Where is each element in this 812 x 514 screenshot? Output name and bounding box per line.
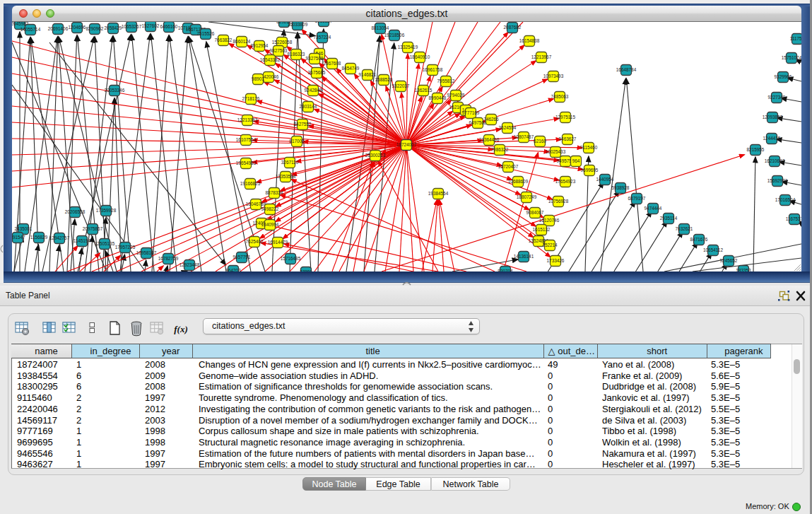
svg-text:12093852: 12093852 (763, 115, 783, 119)
svg-text:10756928: 10756928 (548, 199, 569, 204)
svg-text:9227349: 9227349 (768, 95, 786, 100)
svg-text:19218506: 19218506 (384, 33, 405, 37)
svg-text:20975867: 20975867 (83, 226, 103, 231)
svg-text:1733426: 1733426 (547, 258, 565, 263)
svg-text:7625402: 7625402 (246, 239, 264, 244)
svg-text:16914479: 16914479 (268, 240, 288, 245)
svg-text:7986322: 7986322 (491, 147, 509, 152)
svg-text:111753: 111753 (790, 36, 801, 41)
svg-text:1340994: 1340994 (261, 222, 279, 227)
svg-text:1145194: 1145194 (73, 238, 91, 243)
svg-text:10958107: 10958107 (136, 250, 157, 255)
svg-text:18807249: 18807249 (517, 194, 537, 199)
svg-text:9498222: 9498222 (261, 206, 279, 211)
svg-text:9699695: 9699695 (581, 168, 599, 173)
svg-text:9245652: 9245652 (720, 258, 738, 263)
svg-text:98901: 98901 (252, 76, 264, 81)
svg-text:19166825: 19166825 (240, 181, 261, 186)
svg-text:183353: 183353 (736, 268, 751, 271)
svg-text:391547: 391547 (12, 235, 25, 240)
svg-text:1204696: 1204696 (69, 25, 86, 30)
svg-text:3267110: 3267110 (281, 160, 299, 165)
svg-text:16961758: 16961758 (423, 67, 443, 72)
svg-text:16648784: 16648784 (616, 67, 637, 72)
svg-text:25300213: 25300213 (365, 153, 386, 158)
svg-text:10807487: 10807487 (514, 134, 534, 139)
svg-text:8454749: 8454749 (342, 66, 360, 71)
svg-text:13325419: 13325419 (398, 45, 418, 49)
svg-text:18640910: 18640910 (410, 54, 430, 59)
svg-text:9115460: 9115460 (580, 145, 598, 150)
svg-text:7955812: 7955812 (437, 78, 455, 83)
svg-text:9474444: 9474444 (645, 206, 662, 211)
svg-text:1440954: 1440954 (596, 177, 614, 182)
svg-text:9084067: 9084067 (526, 210, 544, 215)
svg-text:8813054: 8813054 (372, 25, 389, 30)
svg-text:21364436: 21364436 (479, 137, 500, 142)
svg-text:13353594: 13353594 (276, 174, 296, 179)
svg-text:8427552: 8427552 (294, 122, 312, 127)
svg-text:9777169: 9777169 (462, 110, 480, 115)
svg-text:18724007: 18724007 (396, 142, 417, 147)
svg-text:2058429: 2058429 (105, 25, 122, 30)
svg-text:9794028: 9794028 (447, 93, 465, 98)
svg-text:14136141: 14136141 (514, 254, 534, 259)
svg-text:964: 964 (572, 158, 580, 163)
svg-text:964203: 964203 (225, 268, 241, 271)
svg-text:7515526: 7515526 (197, 31, 215, 36)
svg-text:17957225: 17957225 (115, 245, 136, 250)
svg-text:8878334: 8878334 (266, 190, 283, 195)
svg-text:16107554: 16107554 (236, 137, 257, 142)
svg-text:12942757: 12942757 (49, 235, 70, 240)
svg-text:9827503: 9827503 (270, 48, 288, 53)
svg-text:6466160: 6466160 (160, 24, 178, 29)
svg-text:15720407: 15720407 (498, 164, 519, 169)
svg-text:8290962: 8290962 (86, 26, 104, 31)
svg-text:8471676: 8471676 (690, 237, 708, 242)
svg-text:6879197: 6879197 (628, 196, 646, 201)
svg-text:2935114: 2935114 (660, 216, 678, 221)
svg-text:3675685: 3675685 (308, 70, 326, 75)
svg-text:20206558: 20206558 (65, 209, 86, 214)
svg-text:16154838: 16154838 (519, 38, 540, 43)
svg-text:12213967: 12213967 (531, 54, 552, 59)
svg-text:62160: 62160 (534, 139, 546, 144)
svg-text:2367608: 2367608 (324, 61, 341, 66)
svg-text:8912954: 8912954 (251, 43, 269, 48)
svg-text:10688609: 10688609 (508, 179, 529, 184)
svg-text:9329966: 9329966 (775, 74, 792, 79)
svg-text:17359928: 17359928 (96, 208, 117, 213)
svg-text:77881: 77881 (300, 269, 312, 271)
svg-text:1588520: 1588520 (375, 77, 393, 82)
svg-text:9657791: 9657791 (233, 255, 251, 259)
svg-text:5322037: 5322037 (392, 83, 410, 88)
svg-text:20691406: 20691406 (48, 26, 69, 31)
svg-text:8215955: 8215955 (747, 147, 765, 152)
svg-text:8660124: 8660124 (233, 39, 251, 44)
svg-text:12923448: 12923448 (180, 262, 200, 267)
svg-text:2718176: 2718176 (242, 96, 260, 101)
svg-text:20053346: 20053346 (105, 88, 125, 93)
svg-text:5938928: 5938928 (612, 185, 630, 190)
svg-text:17016504: 17016504 (775, 197, 796, 202)
svg-text:2803144: 2803144 (300, 104, 317, 109)
svg-text:15226058: 15226058 (272, 40, 293, 45)
svg-text:1527602: 1527602 (142, 23, 160, 28)
svg-text:9327508: 9327508 (306, 56, 324, 61)
svg-text:3624554: 3624554 (499, 125, 517, 130)
svg-text:12505135: 12505135 (95, 241, 115, 246)
svg-text:10653267: 10653267 (122, 24, 142, 29)
svg-text:16543382: 16543382 (260, 57, 281, 62)
svg-text:10046788: 10046788 (246, 201, 266, 206)
svg-text:9463627: 9463627 (559, 136, 577, 141)
svg-text:15751074: 15751074 (782, 55, 801, 60)
svg-text:9242848: 9242848 (305, 88, 322, 93)
svg-text:8990448: 8990448 (429, 95, 447, 100)
svg-text:746266: 746266 (483, 117, 499, 122)
svg-text:16210643: 16210643 (765, 158, 785, 163)
svg-text:12975115: 12975115 (555, 115, 575, 119)
svg-text:19654983: 19654983 (236, 160, 257, 165)
svg-text:1065327: 1065327 (315, 22, 333, 23)
svg-text:7663822: 7663822 (215, 37, 233, 42)
svg-text:2087682: 2087682 (504, 25, 522, 30)
